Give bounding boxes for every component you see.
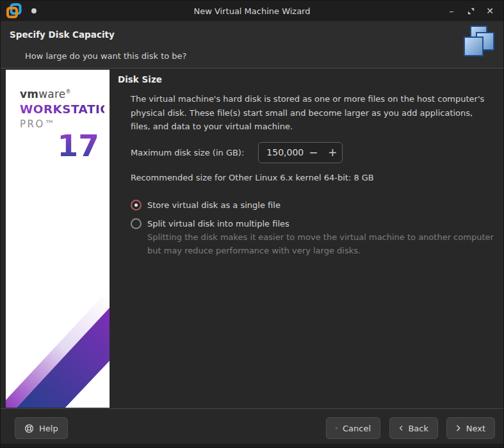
- window-menu-dot[interactable]: [31, 8, 37, 13]
- wizard-body: vmware® WORKSTATION PRO™ 17 Disk Size Th…: [1, 69, 503, 408]
- branding-sidebar: vmware® WORKSTATION PRO™ 17: [6, 70, 110, 408]
- cancel-button-label: Cancel: [343, 424, 371, 433]
- version-number: 17: [20, 130, 104, 162]
- help-button-label: Help: [39, 424, 58, 433]
- radio-single-file-circle[interactable]: [131, 200, 142, 211]
- vmware-logo-vm: vm: [20, 88, 38, 100]
- workstation-wordmark: WORKSTATION: [20, 102, 104, 116]
- titlebar: New Virtual Machine Wizard – ✕: [1, 1, 503, 21]
- maximize-icon: [467, 7, 475, 15]
- chevron-left-icon: [399, 424, 403, 433]
- vmware-app-icon: [6, 3, 22, 19]
- wizard-header: Specify Disk Capacity How large do you w…: [1, 21, 503, 68]
- cancel-slash-icon: [336, 424, 337, 433]
- minimize-button[interactable]: –: [444, 4, 459, 18]
- radio-split-files-circle[interactable]: [131, 218, 142, 229]
- disk-storage-options: Store virtual disk as a single file Spli…: [131, 200, 489, 258]
- max-disk-size-row: Maximum disk size (in GB): 150,000 − +: [131, 142, 489, 163]
- radio-single-file[interactable]: Store virtual disk as a single file: [131, 200, 489, 211]
- next-button[interactable]: Next: [446, 417, 495, 439]
- wizard-step-subtitle: How large do you want this disk to be?: [25, 51, 186, 61]
- vmware-logo-reg: ®: [65, 89, 70, 95]
- back-button-label: Back: [408, 424, 428, 433]
- new-vm-wizard-window: New Virtual Machine Wizard – ✕ Specify D…: [0, 0, 504, 448]
- next-button-label: Next: [466, 424, 485, 433]
- window-bottom-edge: [1, 444, 503, 448]
- max-disk-size-label: Maximum disk size (in GB):: [131, 148, 244, 157]
- help-lifering-icon: [24, 424, 34, 433]
- spin-decrement-button[interactable]: −: [304, 143, 323, 163]
- disk-size-spinbox[interactable]: 150,000 − +: [258, 142, 343, 163]
- chevron-right-icon: [456, 424, 461, 433]
- close-button[interactable]: ✕: [483, 4, 497, 18]
- disk-size-input[interactable]: 150,000: [259, 147, 304, 157]
- wizard-step-title: Specify Disk Capacity: [10, 29, 115, 40]
- split-files-hint: Splitting the disk makes it easier to mo…: [147, 230, 496, 258]
- brand-block: vmware® WORKSTATION PRO™ 17: [20, 88, 104, 162]
- radio-split-files[interactable]: Split virtual disk into multiple files: [131, 218, 489, 229]
- disk-size-heading: Disk Size: [118, 74, 489, 84]
- help-button[interactable]: Help: [15, 417, 68, 439]
- radio-single-file-label: Store virtual disk as a single file: [147, 200, 280, 210]
- wizard-squares-icon: [460, 25, 496, 63]
- vmware-logo-ware: ware: [38, 88, 65, 100]
- window-controls: – ✕: [444, 4, 503, 18]
- spin-increment-button[interactable]: +: [323, 143, 342, 163]
- wizard-footer: Help Cancel Back Next: [1, 408, 503, 444]
- disk-size-description: The virtual machine's hard disk is store…: [131, 92, 493, 134]
- cancel-button[interactable]: Cancel: [326, 417, 380, 439]
- maximize-button[interactable]: [464, 4, 478, 18]
- vmware-logo-text: vmware®: [20, 88, 104, 100]
- back-button[interactable]: Back: [389, 417, 438, 439]
- radio-split-files-label: Split virtual disk into multiple files: [147, 219, 289, 228]
- disk-capacity-panel: Disk Size The virtual machine's hard dis…: [118, 74, 489, 258]
- window-title: New Virtual Machine Wizard: [1, 6, 503, 16]
- recommended-size-text: Recommended size for Other Linux 6.x ker…: [131, 173, 489, 182]
